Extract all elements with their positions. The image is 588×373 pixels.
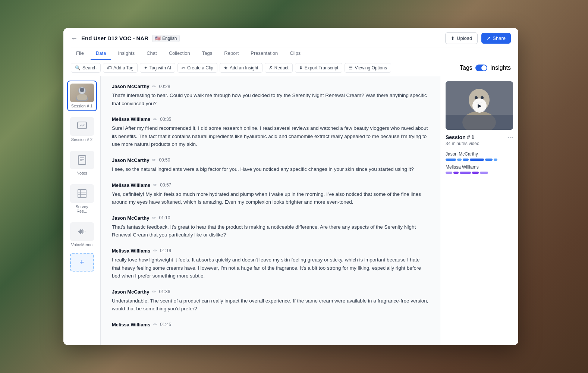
edit-icon-4[interactable]: ✏ xyxy=(152,215,156,220)
session1-thumbnail xyxy=(70,84,94,102)
export-icon: ⬇ xyxy=(299,65,303,70)
page-title: End User D12 VOC - NAR xyxy=(81,35,148,41)
timestamp-4: 01:10 xyxy=(159,215,170,220)
transcript-entry-1: Melissa Williams ✏ 00:35 Sure! After my … xyxy=(112,116,429,148)
header: ← End User D12 VOC - NAR 🇺🇸 English ⬆ Up… xyxy=(63,28,518,60)
melissa-bar-4 xyxy=(480,172,488,174)
sidebar-item-voicememo[interactable]: VoiceMemo xyxy=(67,219,97,250)
edit-icon-6[interactable]: ✏ xyxy=(152,289,156,294)
tags-toggle[interactable] xyxy=(475,65,487,71)
redact-label: Redact xyxy=(274,65,289,70)
edit-icon-5[interactable]: ✏ xyxy=(153,248,157,253)
search-button[interactable]: 🔍 Search xyxy=(71,63,101,73)
timestamp-2: 00:50 xyxy=(159,157,170,163)
tag-icon: 🏷 xyxy=(107,65,111,70)
jason-bar-1 xyxy=(457,159,462,161)
more-options-button[interactable]: ⋯ xyxy=(507,135,513,141)
search-icon: 🔍 xyxy=(75,65,81,70)
transcript-entry-0: Jason McCarthy ✏ 00:28 That's interestin… xyxy=(112,84,429,107)
add-session-button[interactable]: + xyxy=(70,253,94,272)
speaker-name-5: Melissa Williams xyxy=(112,248,150,254)
create-clip-button[interactable]: ✂ Create a Clip xyxy=(177,63,217,73)
upload-icon: ⬆ xyxy=(451,35,455,41)
back-button[interactable]: ← xyxy=(71,35,78,42)
speaker-name-4: Jason McCarthy xyxy=(112,215,149,221)
tab-tags[interactable]: Tags xyxy=(197,47,217,60)
svg-rect-10 xyxy=(78,189,86,198)
main-content: Session # 1 Session # 2 xyxy=(63,76,518,345)
viewing-options-button[interactable]: ☰ Viewing Options xyxy=(345,63,391,73)
svg-rect-4 xyxy=(77,94,87,100)
speaker-name-2: Jason McCarthy xyxy=(112,157,149,163)
session2-label: Session # 2 xyxy=(71,137,92,142)
tab-presentation[interactable]: Presentation xyxy=(245,47,283,60)
melissa-speaker-name: Melissa Williams xyxy=(446,164,513,170)
language-label: English xyxy=(162,36,177,41)
app-window: ← End User D12 VOC - NAR 🇺🇸 English ⬆ Up… xyxy=(63,28,518,345)
transcript-entry-4: Jason McCarthy ✏ 01:10 That's fantastic … xyxy=(112,215,429,239)
jason-bar-2 xyxy=(463,159,469,161)
export-button[interactable]: ⬇ Export Transcript xyxy=(295,63,343,73)
jason-bar-0 xyxy=(446,159,456,161)
timestamp-6: 01:36 xyxy=(159,289,170,294)
melissa-bar-0 xyxy=(446,172,452,174)
export-label: Export Transcript xyxy=(305,65,339,70)
add-tag-button[interactable]: 🏷 Add a Tag xyxy=(103,63,138,73)
tags-label: Tags xyxy=(460,65,472,71)
upload-button[interactable]: ⬆ Upload xyxy=(445,32,478,44)
entry-text-0: That's interesting to hear. Could you wa… xyxy=(112,91,429,107)
sidebar-item-notes[interactable]: Notes xyxy=(67,148,97,178)
tab-insights[interactable]: Insights xyxy=(113,47,140,60)
sidebar-item-session2[interactable]: Session # 2 xyxy=(67,114,97,145)
header-left: ← End User D12 VOC - NAR 🇺🇸 English xyxy=(71,35,180,42)
tab-data[interactable]: Data xyxy=(91,47,111,60)
edit-icon-3[interactable]: ✏ xyxy=(153,182,157,188)
video-preview: ▶ xyxy=(446,81,513,130)
redact-button[interactable]: ✗ Redact xyxy=(265,63,293,73)
svg-rect-6 xyxy=(78,156,86,164)
speaker-name-6: Jason McCarthy xyxy=(112,289,149,295)
tag-ai-button[interactable]: ✦ Tag with AI xyxy=(140,63,175,73)
timestamp-5: 01:19 xyxy=(160,248,171,253)
svg-point-3 xyxy=(80,88,84,92)
add-insight-button[interactable]: ★ Add an Insight xyxy=(220,63,262,73)
edit-icon-7[interactable]: ✏ xyxy=(153,322,157,327)
sidebar-item-session1[interactable]: Session # 1 xyxy=(67,81,97,111)
tab-file[interactable]: File xyxy=(71,47,89,60)
toolbar: 🔍 Search 🏷 Add a Tag ✦ Tag with AI ✂ Cre… xyxy=(63,60,518,76)
toolbar-right: Tags Insights xyxy=(460,65,511,71)
notes-label: Notes xyxy=(76,171,87,175)
tab-report[interactable]: Report xyxy=(219,47,244,60)
timestamp-3: 00:57 xyxy=(160,182,171,188)
nav-tabs: File Data Insights Chat Collection Tags … xyxy=(71,47,511,60)
edit-icon-0[interactable]: ✏ xyxy=(152,84,156,89)
header-actions: ⬆ Upload ↗ Share xyxy=(445,32,511,44)
melissa-bar-2 xyxy=(460,172,471,174)
tab-chat[interactable]: Chat xyxy=(141,47,162,60)
edit-icon-1[interactable]: ✏ xyxy=(153,117,157,122)
tab-clips[interactable]: Clips xyxy=(284,47,306,60)
tab-collection[interactable]: Collection xyxy=(164,47,195,60)
entry-text-5: I really love how lightweight it feels. … xyxy=(112,256,429,280)
speaker-name-0: Jason McCarthy xyxy=(112,84,149,89)
timestamp-1: 00:35 xyxy=(160,117,171,122)
voicememo-label: VoiceMemo xyxy=(71,242,92,247)
entry-text-3: Yes, definitely! My skin feels so much m… xyxy=(112,190,429,206)
sidebar: Session # 1 Session # 2 xyxy=(63,76,101,345)
sidebar-item-survey[interactable]: Survey Res... xyxy=(67,181,97,216)
play-button[interactable]: ▶ xyxy=(472,98,487,113)
add-insight-label: Add an Insight xyxy=(230,65,258,70)
add-tag-label: Add a Tag xyxy=(113,65,133,70)
notes-thumbnail xyxy=(70,151,94,169)
clip-icon: ✂ xyxy=(182,65,185,70)
share-button[interactable]: ↗ Share xyxy=(481,33,511,44)
options-icon: ☰ xyxy=(349,65,353,70)
share-icon: ↗ xyxy=(487,35,491,41)
entry-text-6: Understandable. The scent of a product c… xyxy=(112,297,429,313)
session-panel-meta: 34 minutes video xyxy=(446,141,513,146)
edit-icon-2[interactable]: ✏ xyxy=(152,157,156,163)
entry-text-4: That's fantastic feedback. It's great to… xyxy=(112,223,429,239)
voicememo-thumbnail xyxy=(70,222,94,241)
session1-label: Session # 1 xyxy=(71,104,92,108)
melissa-bars xyxy=(446,172,513,174)
